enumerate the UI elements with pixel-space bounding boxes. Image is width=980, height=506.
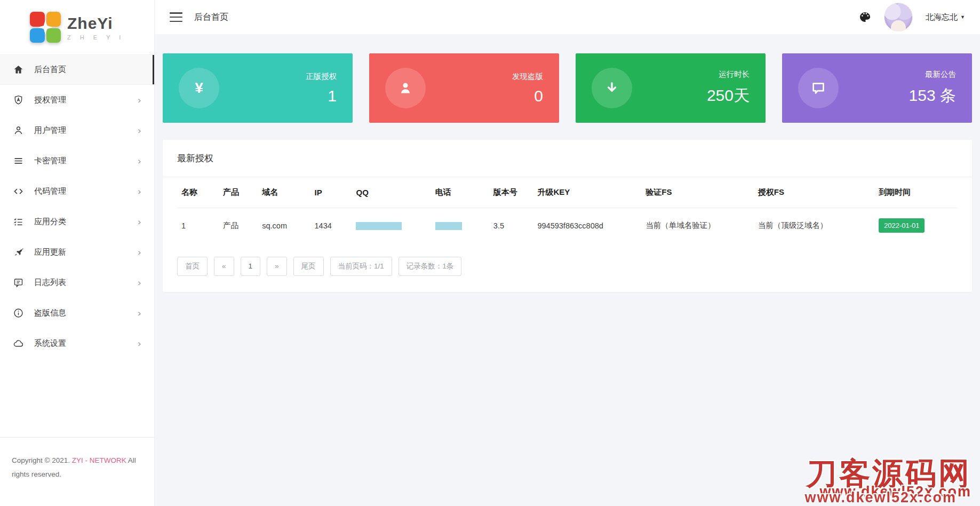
col-product: 产品 (219, 177, 258, 208)
table-header-row: 名称 产品 域名 IP QQ 电话 版本号 升级KEY 验证FS 授权FS 到期… (177, 177, 958, 208)
chevron-right-icon: › (138, 126, 141, 136)
cell-domain: sq.com (258, 208, 310, 243)
category-icon (13, 216, 24, 227)
pagination-count-info: 记录条数：1条 (399, 257, 462, 276)
comment-icon (798, 68, 839, 108)
stat-value: 153 条 (909, 85, 956, 107)
avatar[interactable] (884, 3, 913, 31)
app-logo[interactable]: ZheYi Z H E Y I (0, 0, 154, 54)
watermark: 刀客源码网 www.dkewl52x.com www.dkewl52x.com (804, 458, 971, 505)
pagination: 首页 « 1 » 尾页 当前页码：1/1 记录条数：1条 (177, 257, 958, 276)
chevron-right-icon: › (138, 217, 141, 227)
pagination-page-button[interactable]: 1 (241, 257, 261, 276)
menu-toggle-icon[interactable] (170, 12, 182, 22)
sidebar-item-settings[interactable]: 系统设置 › (0, 328, 154, 359)
sidebar-item-label: 盗版信息 (34, 308, 138, 318)
sidebar-item-authorization[interactable]: 授权管理 › (0, 85, 154, 115)
col-phone: 电话 (431, 177, 489, 208)
redacted-phone-bar (435, 222, 462, 230)
col-expire: 到期时间 (874, 177, 958, 208)
col-qq: QQ (352, 177, 431, 208)
pagination-page-info: 当前页码：1/1 (330, 257, 392, 276)
watermark-title: 刀客源码网 (804, 458, 971, 489)
caret-down-icon: ▼ (960, 14, 965, 20)
logo-subtitle: Z H E Y I (67, 34, 124, 41)
theme-palette-icon[interactable] (858, 11, 871, 23)
sidebar: ZheYi Z H E Y I 后台首页 授权管理 › 用户管理 › (0, 0, 155, 506)
sidebar-item-app-category[interactable]: 应用分类 › (0, 207, 154, 237)
stat-value: 250天 (707, 85, 750, 107)
cell-expire: 2022-01-01 (874, 208, 958, 243)
expire-date-badge: 2022-01-01 (879, 218, 925, 233)
stat-label: 正版授权 (306, 72, 337, 82)
sidebar-item-label: 应用更新 (34, 247, 138, 257)
cell-upgrade-key: 994593f863cc808d (533, 208, 641, 243)
sidebar-item-app-update[interactable]: 应用更新 › (0, 237, 154, 267)
logo-title: ZheYi (67, 14, 124, 33)
chevron-right-icon: › (138, 156, 141, 166)
topbar: 后台首页 北海忘北 ▼ (155, 0, 980, 34)
stat-card-piracy: 发现盗版 0 (369, 53, 559, 123)
sidebar-item-users[interactable]: 用户管理 › (0, 115, 154, 146)
cell-verify-fs: 当前（单域名验证） (641, 208, 754, 243)
watermark-url: www.dkewl52x.com (804, 485, 971, 499)
sidebar-item-label: 用户管理 (34, 125, 138, 136)
logo-icon (30, 12, 61, 43)
stat-card-announcements: 最新公告 153 条 (782, 53, 972, 123)
cell-phone (431, 208, 489, 243)
cell-ip: 1434 (310, 208, 352, 243)
stat-label: 发现盗版 (512, 72, 543, 82)
info-icon (13, 307, 24, 319)
sidebar-item-piracy-info[interactable]: 盗版信息 › (0, 298, 154, 328)
cloud-icon (13, 338, 24, 349)
col-auth-fs: 授权FS (754, 177, 874, 208)
pagination-last-button[interactable]: 尾页 (293, 257, 324, 276)
chevron-right-icon: › (138, 339, 141, 349)
shield-icon (13, 94, 24, 106)
page-title: 后台首页 (194, 12, 228, 23)
rocket-icon (13, 247, 24, 258)
pagination-next-button[interactable]: » (267, 257, 287, 276)
col-verify-fs: 验证FS (641, 177, 754, 208)
copyright-prefix: Copyright © 2021. (12, 456, 70, 464)
chevron-right-icon: › (138, 96, 141, 105)
stat-card-uptime: 运行时长 250天 (576, 53, 766, 123)
copyright-link[interactable]: ZYI - NETWORK (72, 456, 126, 464)
sidebar-item-logs[interactable]: 日志列表 › (0, 267, 154, 298)
pagination-first-button[interactable]: 首页 (177, 257, 208, 276)
panel-title: 最新授权 (163, 140, 972, 177)
sidebar-menu: 后台首页 授权管理 › 用户管理 › 卡密管理 › (0, 54, 154, 359)
username: 北海忘北 (926, 12, 958, 22)
sidebar-item-dashboard[interactable]: 后台首页 (0, 54, 154, 85)
cell-qq (352, 208, 431, 243)
chevron-right-icon: › (138, 248, 141, 257)
pagination-prev-button[interactable]: « (214, 257, 234, 276)
stat-value: 0 (512, 87, 543, 105)
chevron-right-icon: › (138, 309, 141, 318)
home-icon (13, 64, 24, 75)
stat-cards: ¥ 正版授权 1 发现盗版 0 运行时长 250天 (163, 53, 972, 123)
cell-name: 1 (177, 208, 219, 243)
stat-value: 1 (306, 87, 337, 105)
code-icon (13, 186, 24, 197)
user-icon (385, 68, 426, 108)
col-upgrade-key: 升级KEY (533, 177, 641, 208)
download-icon (592, 68, 632, 108)
sidebar-item-label: 系统设置 (34, 338, 138, 349)
list-icon (13, 155, 24, 167)
sidebar-item-card-keys[interactable]: 卡密管理 › (0, 146, 154, 176)
sidebar-item-label: 日志列表 (34, 278, 138, 288)
stat-card-licensed: ¥ 正版授权 1 (163, 53, 353, 123)
cell-auth-fs: 当前（顶级泛域名） (754, 208, 874, 243)
user-menu[interactable]: 北海忘北 ▼ (926, 12, 965, 22)
user-icon (13, 125, 24, 136)
authorizations-table: 名称 产品 域名 IP QQ 电话 版本号 升级KEY 验证FS 授权FS 到期… (177, 177, 958, 243)
main-content: ¥ 正版授权 1 发现盗版 0 运行时长 250天 (155, 34, 980, 292)
sidebar-item-label: 应用分类 (34, 217, 138, 227)
stat-label: 最新公告 (909, 69, 956, 80)
col-domain: 域名 (258, 177, 310, 208)
cell-product: 产品 (219, 208, 258, 243)
log-icon (13, 277, 24, 288)
sidebar-item-code[interactable]: 代码管理 › (0, 176, 154, 207)
col-version: 版本号 (489, 177, 533, 208)
